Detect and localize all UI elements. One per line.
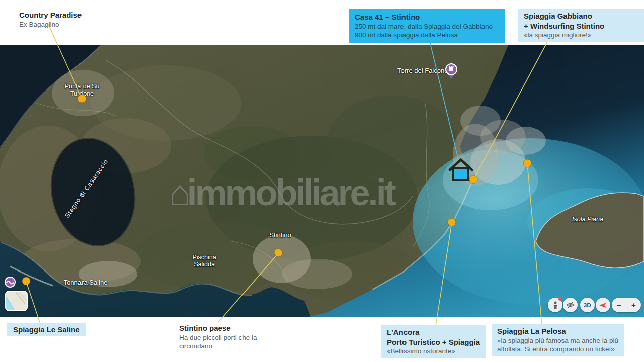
callout-ancora: L'Ancora Porto Turistico + Spiaggia «Bel…	[381, 325, 486, 358]
callout-stintino-paese: Stintino paese Ha due piccoli porti che …	[179, 323, 257, 351]
callout-title: Porto Turistico + Spiaggia	[387, 337, 480, 347]
callout-subtitle: Ex Bagaglino	[19, 20, 82, 29]
hide-labels-button[interactable]	[563, 298, 578, 312]
callout-spiaggia-gabbiano: Spiaggia Gabbiano + Windsurfing Stintino…	[518, 9, 644, 42]
callout-spiaggia-la-pelosa: Spiaggia La Pelosa «la spiaggia più famo…	[492, 324, 624, 356]
zoom-control: − +	[612, 298, 641, 312]
callout-country-paradise: Country Paradise Ex Bagaglino	[19, 10, 82, 29]
callout-title: Stintino paese	[179, 323, 257, 333]
callout-quote: «la spiaggia migliore!»	[524, 31, 638, 40]
compass-button[interactable]	[596, 298, 610, 312]
3d-label: 3D	[584, 302, 591, 308]
callout-title: Country Paradise	[19, 10, 82, 20]
callout-casa41: Casa 41 – Stintino 250 mt dal mare, dall…	[349, 9, 505, 43]
screenshot-stage: ⌂immobiliare.it Torre del Falcone Punta …	[0, 0, 644, 362]
callout-line: 900 mt dalla spiaggia della Pelosa	[355, 31, 499, 40]
callout-title: Casa 41 – Stintino	[355, 12, 499, 22]
eye-slash-icon	[566, 301, 575, 309]
callout-line: affollata. Si entra comprando un ticket»	[497, 345, 618, 354]
callout-title: + Windsurfing Stintino	[524, 21, 638, 31]
satellite-map[interactable]	[0, 45, 644, 317]
callout-title: Spiaggia Gabbiano	[524, 11, 638, 21]
compass-needle-icon	[599, 302, 608, 309]
3d-view-button[interactable]: 3D	[580, 298, 595, 312]
satellite-imagery	[0, 45, 644, 317]
callout-line: Ha due piccoli porti che la	[179, 333, 257, 342]
street-view-notification-dot	[558, 297, 562, 301]
minimap-thumbnail	[6, 292, 27, 310]
zoom-in-button[interactable]: +	[626, 301, 641, 309]
callout-line: «la spiaggia più famosa ma anche la più	[497, 336, 618, 345]
zoom-out-button[interactable]: −	[612, 301, 626, 309]
callout-title: Spiaggia Le Saline	[13, 325, 80, 335]
pegman-icon	[552, 301, 559, 309]
callout-line: circondano	[179, 342, 257, 351]
callout-line: 250 mt dal mare, dalla Spiaggia del Gabb…	[355, 22, 499, 31]
callout-spiaggia-le-saline: Spiaggia Le Saline	[7, 323, 86, 336]
callout-quote: «Bellissimo ristorante»	[387, 347, 480, 356]
callout-title: Spiaggia La Pelosa	[497, 326, 618, 336]
callout-title: L'Ancora	[387, 327, 480, 337]
map-type-minimap[interactable]	[5, 291, 28, 311]
